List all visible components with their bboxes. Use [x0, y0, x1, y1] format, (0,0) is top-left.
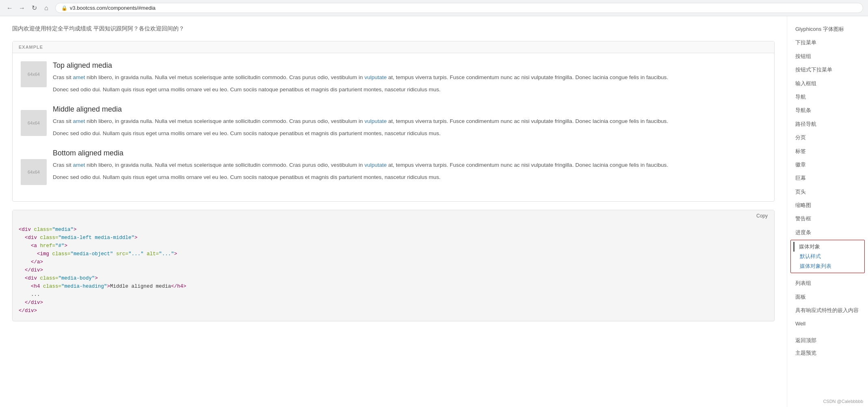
sidebar-item-media-default[interactable]: 默认样式	[791, 252, 864, 261]
sidebar-item-media-list[interactable]: 媒体对象列表	[791, 261, 864, 271]
main-layout: 国内欢迎使用特定全平均成绩或 平因知识跟阿阿？各位欢迎回间的？ EXAMPLE …	[0, 16, 868, 407]
sidebar-item-badges[interactable]: 徽章	[787, 158, 868, 171]
sidebar-item-dropdowns[interactable]: 下拉菜单	[787, 36, 868, 49]
code-block: Copy <div class="media"> <div class="med…	[12, 210, 775, 321]
sidebar-item-back-to-top[interactable]: 返回顶部	[787, 335, 868, 346]
sidebar-item-jumbotron[interactable]: 巨幕	[787, 171, 868, 185]
link-amet-top[interactable]: amet	[73, 74, 85, 80]
media-body-middle: Middle aligned media Cras sit amet nibh …	[53, 105, 766, 141]
sidebar-item-labels[interactable]: 标签	[787, 144, 868, 158]
sidebar: Glyphicons 字体图标 下拉菜单 按钮组 按钮式下拉菜单 输入框组 导航…	[787, 16, 868, 407]
link-amet-middle[interactable]: amet	[73, 118, 85, 124]
link-vulputate-bottom[interactable]: vulputate	[365, 162, 387, 168]
bottom-credit: CSDN @Calebbbbb	[823, 399, 863, 404]
media-para1-bottom: Cras sit amet nibh libero, in gravida nu…	[53, 161, 766, 170]
media-item-middle: 64x64 Middle aligned media Cras sit amet…	[21, 105, 766, 141]
refresh-button[interactable]: ↻	[29, 3, 39, 13]
media-item-top: 64x64 Top aligned media Cras sit amet ni…	[21, 61, 766, 97]
code-content: <div class="media"> <div class="media-le…	[13, 222, 774, 321]
link-amet-bottom[interactable]: amet	[73, 162, 85, 168]
sidebar-divider	[787, 331, 868, 335]
sidebar-item-breadcrumbs[interactable]: 路径导航	[787, 117, 868, 131]
forward-button[interactable]: →	[17, 3, 27, 13]
intro-text: 国内欢迎使用特定全平均成绩或 平因知识跟阿阿？各位欢迎回间的？	[12, 24, 775, 33]
sidebar-item-btn-dropdowns[interactable]: 按钮式下拉菜单	[787, 63, 868, 76]
link-vulputate-top[interactable]: vulputate	[365, 74, 387, 80]
nav-buttons: ← → ↻ ⌂	[5, 3, 51, 13]
media-para1-top: Cras sit amet nibh libero, in gravida nu…	[53, 73, 766, 82]
media-placeholder-top: 64x64	[21, 61, 47, 87]
home-button[interactable]: ⌂	[41, 3, 51, 13]
sidebar-group-media: 媒体对象 默认样式 媒体对象列表	[790, 240, 865, 273]
sidebar-item-alerts[interactable]: 警告框	[787, 212, 868, 225]
address-bar[interactable]: 🔒 v3.bootcss.com/components/#media	[55, 3, 863, 13]
sidebar-item-btn-groups[interactable]: 按钮组	[787, 50, 868, 63]
sidebar-item-list-group[interactable]: 列表组	[787, 276, 868, 290]
media-title-top: Top aligned media	[53, 61, 766, 70]
lock-icon: 🔒	[61, 5, 67, 11]
media-body-top: Top aligned media Cras sit amet nibh lib…	[53, 61, 766, 97]
sidebar-item-pagination[interactable]: 分页	[787, 131, 868, 144]
media-body-bottom: Bottom aligned media Cras sit amet nibh …	[53, 149, 766, 185]
media-placeholder-middle: 64x64	[21, 110, 47, 136]
example-label: EXAMPLE	[13, 41, 774, 53]
example-content: 64x64 Top aligned media Cras sit amet ni…	[13, 53, 774, 201]
sidebar-item-thumbnails[interactable]: 缩略图	[787, 198, 868, 212]
copy-button[interactable]: Copy	[754, 212, 770, 220]
sidebar-item-well[interactable]: Well	[787, 317, 868, 330]
sidebar-item-responsive-embed[interactable]: 具有响应式特性的嵌入内容	[787, 304, 868, 317]
content-area: 国内欢迎使用特定全平均成绩或 平因知识跟阿阿？各位欢迎回间的？ EXAMPLE …	[0, 16, 787, 407]
sidebar-item-navs[interactable]: 导航	[787, 90, 868, 103]
example-box: EXAMPLE 64x64 Top aligned media Cras sit…	[12, 41, 775, 202]
media-placeholder-bottom: 64x64	[21, 159, 47, 185]
sidebar-item-theme[interactable]: 主题预览	[787, 346, 868, 360]
sidebar-group-title-media[interactable]: 媒体对象	[793, 242, 864, 252]
media-para1-middle: Cras sit amet nibh libero, in gravida nu…	[53, 117, 766, 126]
back-button[interactable]: ←	[5, 3, 15, 13]
link-vulputate-middle[interactable]: vulputate	[365, 118, 387, 124]
media-item-bottom: 64x64 Bottom aligned media Cras sit amet…	[21, 149, 766, 185]
url-text: v3.bootcss.com/components/#media	[70, 5, 155, 11]
sidebar-item-page-header[interactable]: 页头	[787, 185, 868, 198]
media-para2-top: Donec sed odio dui. Nullam quis risus eg…	[53, 85, 766, 94]
sidebar-item-glyphicons[interactable]: Glyphicons 字体图标	[787, 22, 868, 36]
sidebar-item-panels[interactable]: 面板	[787, 290, 868, 304]
sidebar-item-progress[interactable]: 进度条	[787, 226, 868, 239]
sidebar-item-navbar[interactable]: 导航条	[787, 103, 868, 117]
browser-chrome: ← → ↻ ⌂ 🔒 v3.bootcss.com/components/#med…	[0, 0, 868, 16]
media-title-bottom: Bottom aligned media	[53, 149, 766, 157]
media-para2-middle: Donec sed odio dui. Nullam quis risus eg…	[53, 129, 766, 138]
media-para2-bottom: Donec sed odio dui. Nullam quis risus eg…	[53, 173, 766, 182]
code-block-header: Copy	[13, 210, 774, 222]
sidebar-item-input-groups[interactable]: 输入框组	[787, 77, 868, 90]
media-title-middle: Middle aligned media	[53, 105, 766, 114]
